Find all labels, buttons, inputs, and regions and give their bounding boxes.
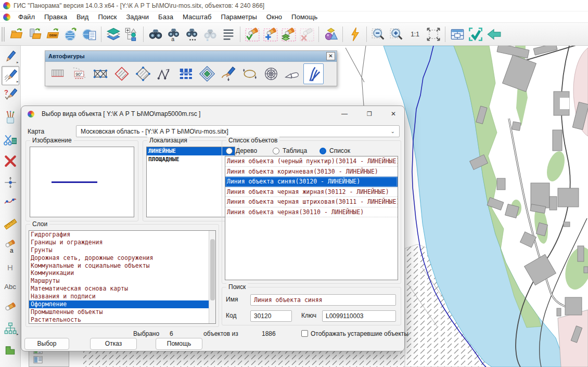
code-field[interactable]: 30120 (250, 310, 292, 322)
menu-options[interactable]: Параметры (216, 12, 262, 22)
select-objects-button[interactable] (243, 25, 261, 44)
shape-hatch-comb-button[interactable] (47, 63, 68, 84)
run-task-button[interactable] (346, 25, 364, 44)
dialog-minimize-button[interactable]: — (337, 107, 352, 121)
apply-button[interactable] (466, 25, 484, 44)
query-edit-button[interactable]: ? (2, 85, 19, 104)
fit-to-screen-button[interactable] (424, 25, 442, 44)
map-window-button[interactable] (448, 25, 466, 44)
clear-selection-button[interactable] (298, 25, 316, 44)
autoshapes-titlebar[interactable]: Автофигуры ✕ (45, 51, 337, 62)
shape-angle-90-button[interactable]: 90° (69, 63, 89, 84)
open-database-map-button[interactable]: DBM (44, 25, 62, 44)
find-disabled-button[interactable] (201, 25, 219, 44)
object-type-item[interactable]: Линия объекта коричневая(30130 - ЛИНЕЙНЫ… (225, 167, 398, 177)
find-text-button[interactable]: a (2, 237, 19, 256)
scale-1-1-button[interactable]: 1:1 (406, 25, 424, 44)
find-advanced-button[interactable] (183, 25, 201, 44)
layer-item[interactable]: Грунты (29, 246, 215, 254)
layer-item[interactable]: Математическая основа карты (29, 285, 215, 293)
shape-flow-curves-button[interactable] (303, 63, 324, 84)
map-combobox[interactable]: Московская область - [Y:\К А Р Т Ы\МО\ru… (76, 125, 400, 137)
letter-h-button[interactable]: H (2, 258, 19, 277)
view-mode-table-radio[interactable]: Таблица (273, 147, 307, 154)
object-list-button[interactable] (219, 25, 237, 44)
object-type-item[interactable]: Линия объекта черная жирная(30112 - ЛИНЕ… (225, 187, 398, 198)
delete-object-button[interactable] (2, 151, 19, 171)
structure-tree-button[interactable]: ▸ (2, 319, 19, 338)
obsolete-checkbox[interactable] (301, 330, 308, 337)
object-type-item-selected[interactable]: Линия объекта синяя(30120 - ЛИНЕЙНЫЕ) (225, 177, 398, 187)
layer-item[interactable]: Коммуникации (29, 269, 215, 277)
shape-cross-frame-button[interactable] (90, 63, 110, 84)
edit-curve-button[interactable] (2, 192, 19, 211)
shape-ellipse-arrows-button[interactable] (239, 63, 260, 84)
edit-object-button[interactable]: ▸ (2, 66, 19, 85)
layers-scrollbar[interactable] (209, 231, 215, 323)
create-object-button[interactable]: ▸ (2, 47, 19, 66)
toolbar-drag-handle[interactable] (2, 27, 5, 42)
open-geoportal-button[interactable] (62, 25, 80, 44)
open-remote-map-button[interactable] (25, 25, 44, 44)
menu-file[interactable]: Файл (14, 12, 40, 22)
dialog-maximize-button[interactable]: ❒ (362, 107, 377, 121)
layer-item[interactable]: Промышленные объекты (29, 308, 215, 316)
help-button[interactable]: Помощь (156, 338, 202, 350)
menu-database[interactable]: База (154, 12, 178, 22)
shape-diamond-gray-button[interactable] (133, 63, 153, 84)
edit-point-button[interactable] (2, 173, 19, 192)
partial-tool-button[interactable] (2, 338, 19, 357)
layer-item[interactable]: Названия и подписи (29, 293, 215, 300)
shape-nested-diamonds-button[interactable] (197, 63, 217, 84)
layer-item[interactable]: Дорожная сеть, дорожные сооружения (29, 254, 215, 262)
3d-view-button[interactable] (322, 25, 340, 44)
menu-scale[interactable]: Масштаб (178, 12, 216, 22)
find-object-button[interactable] (146, 25, 164, 44)
object-type-item[interactable]: Линия объекта (черный пунктир)(30114 - Л… (225, 156, 398, 167)
map-legend-button[interactable] (122, 25, 140, 44)
open-globe-list-button[interactable] (80, 25, 98, 44)
shape-diamond-red-button[interactable] (111, 63, 132, 84)
autoshapes-close-button[interactable]: ✕ (326, 52, 335, 60)
select-by-layers-button[interactable] (279, 25, 298, 44)
layer-item[interactable]: Гидрография (29, 231, 215, 239)
layers-list-button[interactable] (104, 25, 122, 44)
shape-pen-nib-button[interactable] (282, 63, 302, 84)
open-map-button[interactable] (7, 25, 25, 44)
object-type-item[interactable]: Линия объекта черная штриховая(30111 - Л… (225, 197, 398, 207)
zoom-in-button[interactable] (388, 25, 406, 44)
layer-item[interactable]: Границы и ограждения (29, 239, 215, 246)
layer-item[interactable]: Растительность (29, 316, 215, 324)
shape-grid-blocks-button[interactable] (175, 63, 196, 84)
menu-view[interactable]: Вид (72, 12, 94, 22)
menu-help[interactable]: Помощь (287, 12, 322, 22)
app-menu-icon[interactable] (3, 14, 10, 21)
menu-search[interactable]: Поиск (93, 12, 121, 22)
menu-tasks[interactable]: Задачи (121, 12, 154, 22)
menu-window[interactable]: Окно (262, 12, 287, 22)
layer-item[interactable]: Маршруты (29, 277, 215, 285)
zoom-out-button[interactable] (369, 25, 388, 44)
cut-tools-button[interactable] (2, 130, 19, 149)
name-field[interactable]: Линия объекта синяя (250, 294, 396, 306)
measure-ruler-button[interactable] (2, 214, 19, 233)
key-field[interactable]: L0099110003 (322, 310, 396, 322)
view-mode-tree-radio[interactable]: Дерево (226, 147, 257, 154)
flashlight-button[interactable] (2, 297, 19, 317)
layer-item-selected[interactable]: Оформление (29, 300, 215, 308)
step-back-button[interactable] (484, 25, 503, 44)
layer-item[interactable]: Коммунальные и социальные объекты (29, 262, 215, 270)
cancel-button[interactable]: Отказ (90, 338, 137, 350)
shape-zigzag-button[interactable] (154, 63, 174, 84)
menu-edit[interactable]: Правка (40, 12, 72, 22)
shape-radial-web-button[interactable] (261, 63, 281, 84)
find-by-name-button[interactable]: a (164, 25, 183, 44)
object-type-item[interactable]: Линия объекта черная(30110 - ЛИНЕЙНЫЕ) (225, 207, 398, 218)
layers-scrollbar-thumb[interactable] (210, 239, 215, 300)
view-mode-list-radio[interactable]: Список (319, 147, 350, 154)
paint-tools-button[interactable] (2, 108, 19, 127)
add-to-selection-button[interactable] (261, 25, 279, 44)
dialog-close-button[interactable]: ✕ (386, 107, 401, 121)
shape-pen-curve-button[interactable] (218, 63, 238, 84)
text-abc-button[interactable]: Abc (2, 277, 19, 296)
